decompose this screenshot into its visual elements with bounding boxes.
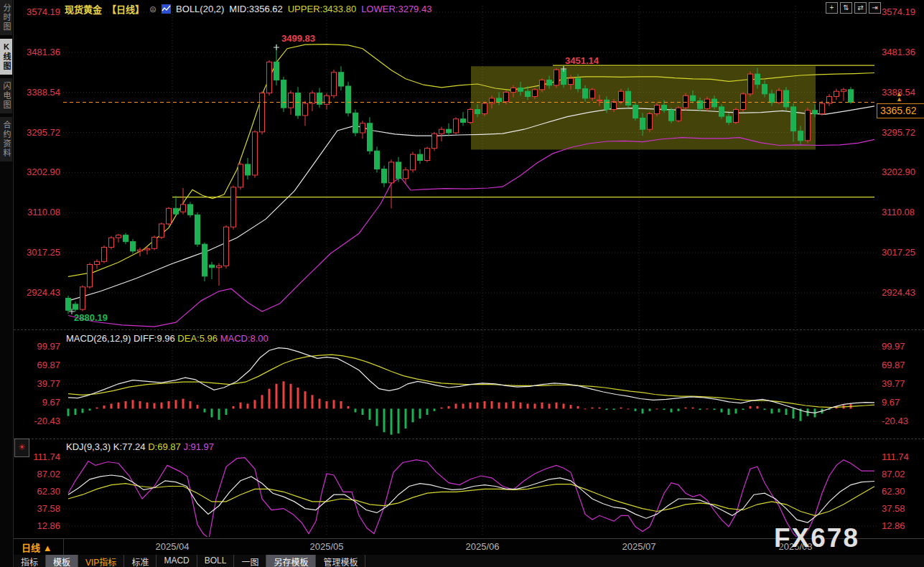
candle — [511, 88, 516, 92]
svg-text:111.74: 111.74 — [33, 451, 60, 462]
candle — [619, 91, 624, 101]
candle — [655, 105, 660, 113]
candle — [669, 111, 674, 121]
svg-text:9.67: 9.67 — [882, 397, 900, 408]
svg-text:3295.72: 3295.72 — [27, 127, 60, 138]
candle — [339, 72, 344, 86]
candle — [439, 129, 444, 133]
candle — [834, 91, 839, 96]
x-axis-label: 2025/04 — [156, 541, 190, 552]
candle — [418, 154, 423, 160]
candle — [159, 224, 164, 238]
symbol-name: 现货黄金 — [65, 2, 102, 16]
candle — [784, 90, 789, 107]
candle — [289, 93, 294, 108]
macd-panel-header: MACD(26,12,9) DIFF:9.96 DEA:5.96 MACD:8.… — [66, 333, 269, 344]
chart-header: 现货黄金 【日线】 ⊜ BOLL(20,2) MID:3356.62 UPPER… — [65, 2, 431, 16]
candle — [841, 90, 846, 91]
svg-text:3574.19: 3574.19 — [882, 6, 915, 17]
toolbar-item-manage-templates[interactable]: 管理模板 — [316, 555, 365, 567]
toolbar-item-vip-indicators[interactable]: VIP指标 — [78, 555, 124, 567]
panel-separator — [14, 329, 924, 330]
candle — [497, 98, 502, 102]
period-tag: 【日线】 — [107, 2, 144, 16]
candle — [123, 235, 129, 242]
candle — [741, 94, 746, 110]
kdj-k-value: K:77.24 — [113, 441, 146, 452]
candle — [727, 116, 732, 122]
toolbar-item-macd[interactable]: MACD — [157, 555, 197, 567]
svg-text:3017.25: 3017.25 — [882, 247, 915, 258]
svg-text:3481.36: 3481.36 — [882, 47, 915, 57]
chart-canvas[interactable]: 3499.833451.142880.193574.193574.193481.… — [0, 0, 924, 538]
candle — [648, 114, 653, 130]
candle — [274, 62, 279, 80]
svg-text:37.58: 37.58 — [37, 503, 60, 514]
candle — [66, 298, 71, 310]
sidebar-tab-time-share[interactable]: 分时图 — [0, 0, 12, 35]
svg-text:3295.72: 3295.72 — [882, 127, 915, 138]
candle — [368, 123, 373, 151]
toolbar-item-one-chart[interactable]: 一图 — [234, 555, 266, 567]
candle — [217, 266, 222, 267]
candle — [332, 72, 337, 95]
candle — [820, 103, 825, 113]
candle — [80, 287, 85, 309]
pan-crosshair-icon[interactable]: + — [826, 2, 838, 14]
candle — [202, 244, 207, 276]
period-selector[interactable]: 日线 ▲ — [22, 540, 52, 554]
svg-text:111.74: 111.74 — [882, 451, 909, 462]
toolbar-item-boll[interactable]: BOLL — [197, 555, 235, 567]
candle — [748, 74, 753, 94]
candle — [683, 95, 689, 108]
candle — [73, 304, 78, 309]
candle — [791, 107, 796, 131]
fx678-watermark: FX678 — [774, 523, 859, 553]
x-scale-icon[interactable]: ⇄ — [854, 2, 867, 14]
kdj-settings-icon[interactable]: ☀ — [14, 439, 29, 457]
toolbar-item-indicators[interactable]: 指标 — [13, 555, 46, 567]
sidebar-tab-lightning[interactable]: 闪电图 — [0, 78, 12, 113]
candle — [798, 131, 803, 141]
candle — [88, 265, 93, 287]
x-axis-label: 2025/06 — [466, 541, 500, 552]
candle — [210, 265, 215, 268]
candle — [691, 95, 696, 100]
current-price-box: 3365.62 — [877, 103, 924, 118]
kdj-d-value: D:69.87 — [148, 441, 181, 452]
sidebar-tab-kline[interactable]: K线图 — [0, 39, 12, 75]
price-annotation: 3451.14 — [565, 55, 599, 66]
candle — [145, 248, 150, 250]
candle — [396, 162, 401, 179]
chart-type-sidebar: 分时图 K线图 闪电图 合约资料 — [0, 0, 14, 567]
candle — [518, 88, 523, 91]
kdj-panel-header: KDJ(9,3,3) K:77.24 D:69.87 J:91.97 — [66, 441, 214, 452]
bottom-toolbar: 指标 模板 VIP指标 标准 MACD BOLL 一图 另存模板 管理模板 — [13, 555, 924, 567]
toolbar-item-save-template[interactable]: 另存模板 — [266, 555, 316, 567]
candle — [806, 111, 811, 141]
sidebar-tab-contract-info[interactable]: 合约资料 — [0, 117, 12, 161]
chart-tools: + ⇅ ⇄ ⇥ — [826, 2, 881, 14]
candle — [526, 91, 531, 96]
indicator-settings-icon[interactable]: ⊜ — [149, 4, 157, 14]
candle — [561, 70, 566, 84]
candle — [152, 238, 157, 249]
snap-right-icon[interactable]: ⇥ — [869, 2, 881, 14]
candle — [116, 235, 121, 238]
candle — [296, 93, 301, 116]
svg-text:9.67: 9.67 — [42, 397, 60, 408]
candle — [281, 80, 286, 108]
candle — [662, 105, 667, 110]
svg-text:12.86: 12.86 — [37, 520, 60, 531]
candle — [95, 261, 100, 264]
candle — [167, 208, 172, 224]
svg-text:39.77: 39.77 — [37, 378, 60, 389]
svg-text:99.97: 99.97 — [37, 341, 60, 352]
candle — [468, 110, 473, 123]
y-scale-icon[interactable]: ⇅ — [840, 2, 852, 14]
toolbar-item-templates[interactable]: 模板 — [46, 555, 78, 567]
toolbar-item-standard[interactable]: 标准 — [124, 555, 157, 567]
svg-text:62.30: 62.30 — [882, 486, 905, 497]
candle — [590, 90, 595, 98]
x-axis-label: 2025/05 — [310, 541, 344, 552]
